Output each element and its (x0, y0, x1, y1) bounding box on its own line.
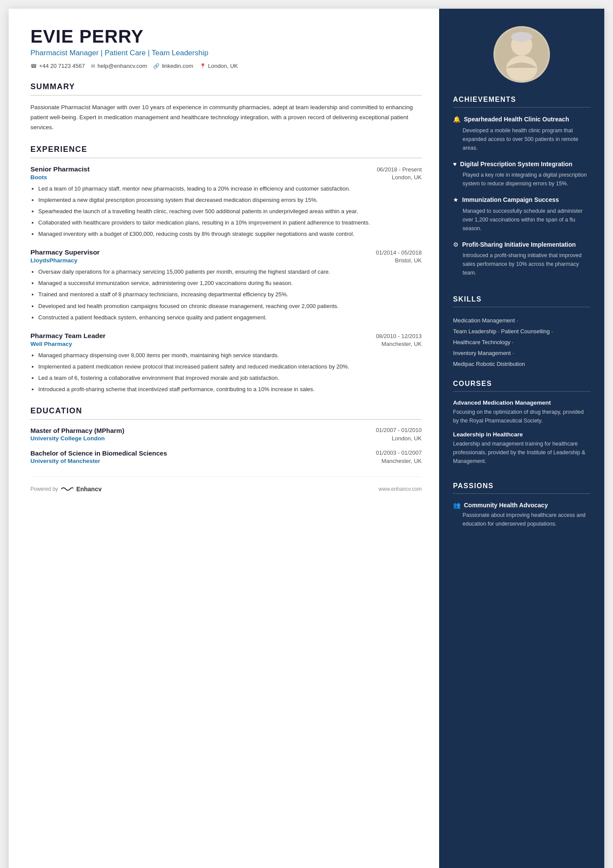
course-title-1: Advanced Medication Management (453, 399, 590, 406)
achievement-header-4: ⚙ Profit-Sharing Initiative Implementati… (453, 241, 590, 249)
bullet-1-1: Led a team of 10 pharmacy staff, mentor … (38, 184, 422, 194)
achievement-icon-2: ♥ (453, 161, 456, 168)
achievement-header-1: 🔔 Spearheaded Health Clinic Outreach (453, 115, 590, 124)
contact-email: ✉ help@enhancv.com (91, 63, 147, 69)
achievement-4: ⚙ Profit-Sharing Initiative Implementati… (453, 241, 590, 278)
location-3: Manchester, UK (382, 341, 422, 347)
job-sub-2: LloydsPharmacy Bristol, UK (30, 257, 422, 264)
phone-icon: ☎ (30, 63, 37, 69)
resume-wrapper: EVIE PERRY Pharmacist Manager | Patient … (9, 9, 604, 868)
job-title-1: Senior Pharmacist (30, 165, 90, 173)
brand-name: Enhancv (76, 486, 101, 493)
bullets-2: Oversaw daily operations for a pharmacy … (30, 267, 422, 322)
passion-icon-1: 👥 (453, 502, 460, 509)
edu-degree-2: Bachelor of Science in Biomedical Scienc… (30, 449, 167, 457)
email-icon: ✉ (91, 63, 95, 69)
achievement-desc-3: Managed to successfully schedule and adm… (453, 207, 590, 233)
edu-entry-1: Master of Pharmacy (MPharm) 01/2007 - 01… (30, 427, 422, 442)
edu-location-1: London, UK (392, 435, 422, 442)
job-dates-1: 06/2018 - Present (377, 166, 422, 173)
edu-header-1: Master of Pharmacy (MPharm) 01/2007 - 01… (30, 427, 422, 434)
svg-point-2 (511, 32, 533, 42)
left-column: EVIE PERRY Pharmacist Manager | Patient … (9, 9, 439, 868)
job-header-2: Pharmacy Supervisor 01/2014 - 05/2018 (30, 248, 422, 256)
bullets-1: Led a team of 10 pharmacy staff, mentor … (30, 184, 422, 239)
edu-school-2: University of Manchester (30, 458, 100, 464)
achievement-icon-4: ⚙ (453, 241, 459, 248)
bullet-1-2: Implemented a new digital prescription p… (38, 195, 422, 205)
summary-title: SUMMARY (30, 82, 422, 96)
bullet-1-5: Managed inventory with a budget of £300,… (38, 229, 422, 239)
passion-header-1: 👥 Community Health Advocacy (453, 502, 590, 509)
summary-section: SUMMARY Passionate Pharmacist Manager wi… (30, 82, 422, 133)
candidate-photo (493, 26, 550, 83)
skill-1: Medication Management · (453, 315, 590, 326)
company-1: Boots (30, 174, 47, 181)
bullet-3-2: Implemented a patient medication review … (38, 362, 422, 372)
achievements-section: ACHIEVEMENTS 🔔 Spearheaded Health Clinic… (439, 96, 604, 295)
svg-point-3 (506, 56, 537, 82)
summary-text: Passionate Pharmacist Manager with over … (30, 103, 422, 133)
education-title: EDUCATION (30, 406, 422, 420)
linkedin-text: linkedin.com (162, 63, 193, 69)
achievement-icon-3: ★ (453, 196, 459, 203)
company-2: LloydsPharmacy (30, 257, 77, 264)
passions-section: PASSIONS 👥 Community Health Advocacy Pas… (439, 482, 604, 545)
job-header-1: Senior Pharmacist 06/2018 - Present (30, 165, 422, 173)
job-header-3: Pharmacy Team Leader 08/2010 - 12/2013 (30, 332, 422, 340)
job-dates-2: 01/2014 - 05/2018 (376, 249, 422, 256)
edu-entry-2: Bachelor of Science in Biomedical Scienc… (30, 449, 422, 464)
job-title-2: Pharmacy Supervisor (30, 248, 100, 256)
bullet-1-4: Collaborated with healthcare providers t… (38, 218, 422, 228)
phone-text: +44 20 7123 4567 (39, 63, 85, 69)
achievement-3: ★ Immunization Campaign Success Managed … (453, 196, 590, 233)
job-dates-3: 08/2010 - 12/2013 (376, 333, 422, 339)
edu-dates-2: 01/2003 - 01/2007 (376, 449, 422, 457)
right-column: ACHIEVEMENTS 🔔 Spearheaded Health Clinic… (439, 9, 604, 868)
edu-sub-2: University of Manchester Manchester, UK (30, 458, 422, 464)
achievement-desc-4: Introduced a profit-sharing initiative t… (453, 251, 590, 277)
achievement-title-4: Profit-Sharing Initiative Implementation (462, 241, 576, 249)
achievement-title-3: Immunization Campaign Success (462, 196, 559, 204)
contact-location: 📍 London, UK (200, 63, 238, 69)
footer-brand: Powered by Enhancv (30, 486, 102, 493)
candidate-title: Pharmacist Manager | Patient Care | Team… (30, 49, 422, 57)
course-1: Advanced Medication Management Focusing … (453, 399, 590, 425)
skill-5: Medipac Robotic Distribution (453, 359, 590, 369)
achievement-header-3: ★ Immunization Campaign Success (453, 196, 590, 204)
candidate-name: EVIE PERRY (30, 26, 422, 47)
achievement-1: 🔔 Spearheaded Health Clinic Outreach Dev… (453, 115, 590, 152)
contact-row: ☎ +44 20 7123 4567 ✉ help@enhancv.com 🔗 … (30, 63, 422, 69)
education-section: EDUCATION Master of Pharmacy (MPharm) 01… (30, 406, 422, 464)
job-entry-3: Pharmacy Team Leader 08/2010 - 12/2013 W… (30, 332, 422, 394)
powered-by-text: Powered by (30, 486, 58, 492)
job-sub-1: Boots London, UK (30, 174, 422, 181)
course-title-2: Leadership in Healthcare (453, 431, 590, 438)
footer-website: www.enhancv.com (379, 486, 422, 492)
bullet-3-1: Managed pharmacy dispensing over 8,000 i… (38, 351, 422, 360)
achievement-desc-1: Developed a mobile health clinic program… (453, 126, 590, 152)
company-3: Well Pharmacy (30, 341, 72, 347)
bullet-1-3: Spearheaded the launch of a travelling h… (38, 207, 422, 216)
edu-degree-1: Master of Pharmacy (MPharm) (30, 427, 124, 434)
bullet-2-1: Oversaw daily operations for a pharmacy … (38, 267, 422, 277)
achievement-header-2: ♥ Digital Prescription System Integratio… (453, 160, 590, 169)
edu-sub-1: University College London London, UK (30, 435, 422, 442)
enhancv-logo-icon (60, 486, 73, 493)
course-2: Leadership in Healthcare Leadership and … (453, 431, 590, 466)
bullet-3-3: Led a team of 6, fostering a collaborati… (38, 373, 422, 383)
job-entry-1: Senior Pharmacist 06/2018 - Present Boot… (30, 165, 422, 239)
job-title-3: Pharmacy Team Leader (30, 332, 106, 340)
contact-linkedin: 🔗 linkedin.com (153, 63, 193, 69)
achievement-desc-2: Played a key role in integrating a digit… (453, 171, 590, 188)
location-1: London, UK (392, 174, 422, 181)
skill-2: Team Leadership · Patient Counselling · (453, 326, 590, 337)
bullet-2-2: Managed a successful immunization servic… (38, 278, 422, 288)
photo-section (439, 9, 604, 96)
skills-section: SKILLS Medication Management · Team Lead… (439, 295, 604, 380)
contact-phone: ☎ +44 20 7123 4567 (30, 63, 85, 69)
edu-header-2: Bachelor of Science in Biomedical Scienc… (30, 449, 422, 457)
course-desc-2: Leadership and management training for h… (453, 439, 590, 466)
achievements-title: ACHIEVEMENTS (453, 96, 590, 107)
bullets-3: Managed pharmacy dispensing over 8,000 i… (30, 351, 422, 394)
